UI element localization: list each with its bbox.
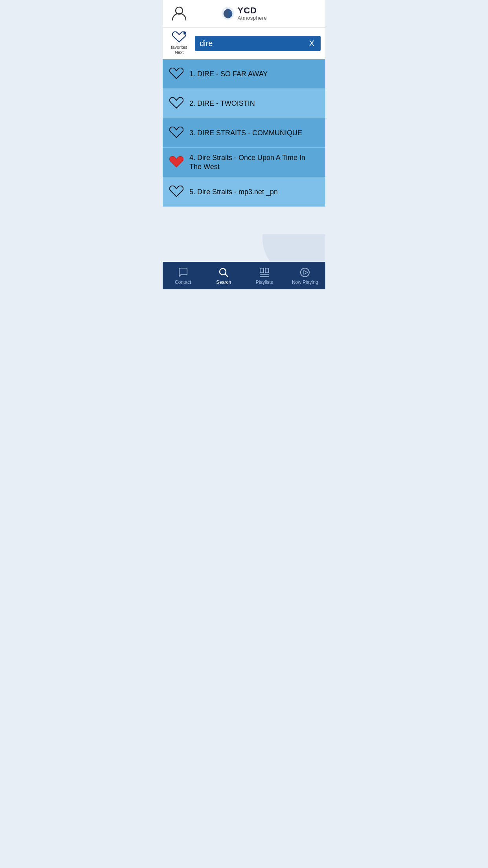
app-header: YCD Atmosphere [163, 0, 325, 28]
clear-search-button[interactable]: X [308, 39, 316, 48]
empty-content-area [163, 234, 325, 262]
favorites-next-button[interactable]: favorites Next [167, 31, 191, 55]
favorite-toggle-5[interactable] [169, 186, 184, 198]
search-input[interactable] [200, 39, 308, 48]
list-item[interactable]: 5. Dire Straits - mp3.net _pn [163, 177, 325, 207]
track-title-5: 5. Dire Straits - mp3.net _pn [189, 188, 278, 197]
logo-icon [221, 6, 235, 20]
search-results-list: 1. DIRE - SO FAR AWAY 2. DIRE - TWOISTIN… [163, 59, 325, 234]
logo-subtitle: Atmosphere [237, 15, 267, 21]
nav-label-now-playing: Now Playing [292, 280, 318, 285]
nav-item-search[interactable]: Search [204, 262, 244, 289]
playlists-icon [259, 267, 270, 278]
track-title-3: 3. DIRE STRAITS - COMMUNIQUE [189, 129, 302, 138]
list-item[interactable]: 3. DIRE STRAITS - COMMUNIQUE [163, 118, 325, 148]
nav-label-search: Search [216, 280, 231, 285]
nav-item-contact[interactable]: Contact [163, 262, 204, 289]
list-item[interactable]: 2. DIRE - TWOISTIN [163, 89, 325, 118]
favorite-toggle-1[interactable] [169, 68, 184, 80]
app-logo: YCD Atmosphere [221, 6, 267, 21]
favorite-toggle-2[interactable] [169, 97, 184, 110]
track-title-2: 2. DIRE - TWOISTIN [189, 99, 255, 108]
favorites-heart-icon [172, 31, 187, 44]
list-item[interactable]: 4. Dire Straits - Once Upon A Time In Th… [163, 148, 325, 177]
svg-marker-10 [304, 270, 308, 274]
favorite-toggle-4[interactable] [169, 156, 184, 169]
svg-line-4 [225, 274, 228, 277]
nav-item-now-playing[interactable]: Now Playing [285, 262, 326, 289]
chat-icon [178, 267, 189, 278]
favorite-toggle-3[interactable] [169, 127, 184, 139]
nav-label-contact: Contact [175, 280, 191, 285]
search-icon [218, 267, 229, 278]
bottom-navigation: Contact Search Playlists Now Playing [163, 262, 325, 289]
avatar-button[interactable] [171, 4, 188, 23]
track-title-4: 4. Dire Straits - Once Upon A Time In Th… [189, 153, 319, 172]
search-area: favorites Next X [163, 28, 325, 59]
nav-item-playlists[interactable]: Playlists [244, 262, 285, 289]
logo-brand: YCD [237, 6, 267, 15]
favorites-label: favorites Next [171, 45, 187, 55]
favorites-icon-group [172, 31, 187, 44]
svg-rect-5 [260, 268, 264, 273]
search-input-container: X [195, 36, 321, 51]
list-item[interactable]: 1. DIRE - SO FAR AWAY [163, 59, 325, 89]
logo-text: YCD Atmosphere [237, 6, 267, 21]
play-circle-icon [299, 267, 310, 278]
svg-rect-6 [265, 268, 269, 273]
track-title-1: 1. DIRE - SO FAR AWAY [189, 70, 268, 79]
nav-label-playlists: Playlists [256, 280, 273, 285]
user-icon [171, 4, 188, 23]
